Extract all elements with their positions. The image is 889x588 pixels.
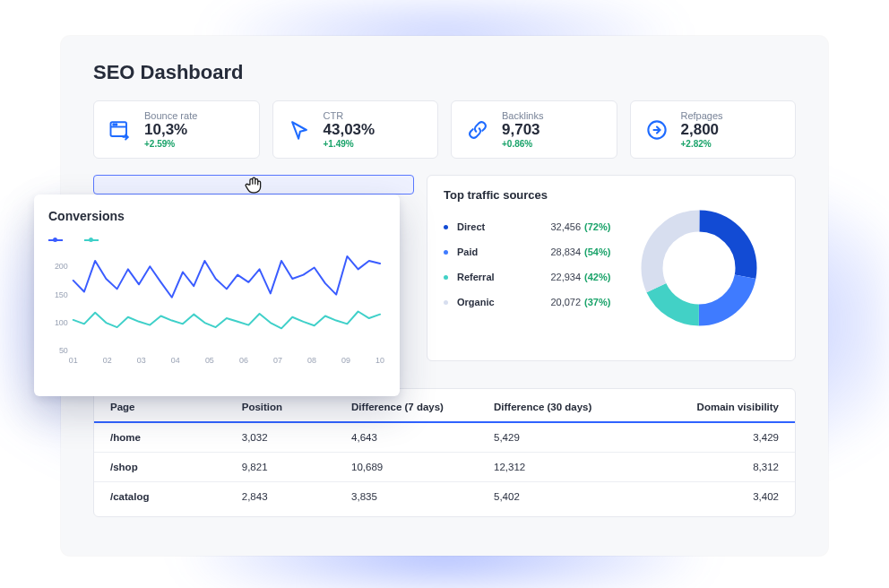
card-body: Bounce rate 10,3% +2.59% bbox=[144, 110, 197, 149]
svg-text:05: 05 bbox=[205, 357, 214, 366]
kpi-label: CTR bbox=[324, 110, 375, 121]
svg-text:09: 09 bbox=[341, 357, 350, 366]
kpi-label: Refpages bbox=[681, 110, 723, 121]
kpi-delta: +2.59% bbox=[144, 139, 197, 149]
table-row[interactable]: /catalog 2,843 3,835 5,402 3,402 bbox=[94, 482, 795, 511]
conversions-title: Conversions bbox=[48, 209, 385, 223]
svg-point-2 bbox=[113, 124, 115, 125]
traffic-name: Paid bbox=[457, 246, 550, 257]
traffic-pct: (54%) bbox=[584, 246, 610, 257]
card-refpages[interactable]: Refpages 2,800 +2.82% bbox=[630, 100, 797, 159]
cell-diff7: 4,643 bbox=[351, 432, 494, 443]
traffic-name: Referral bbox=[457, 272, 550, 282]
cursor-icon bbox=[286, 117, 313, 143]
traffic-value: 22,934 bbox=[550, 272, 581, 282]
traffic-dot-icon bbox=[444, 225, 448, 229]
kpi-delta: +0.86% bbox=[502, 139, 543, 149]
traffic-pct: (42%) bbox=[584, 272, 610, 282]
dashboard-panel: SEO Dashboard Bounce rate 10,3% +2.59% bbox=[61, 36, 828, 556]
kpi-value: 2,800 bbox=[681, 121, 723, 139]
link-icon bbox=[464, 117, 491, 143]
card-bounce-rate[interactable]: Bounce rate 10,3% +2.59% bbox=[93, 100, 260, 159]
kpi-delta: +2.82% bbox=[681, 139, 723, 149]
traffic-value: 28,834 bbox=[550, 246, 581, 257]
kpi-value: 10,3% bbox=[144, 121, 197, 139]
page-title: SEO Dashboard bbox=[93, 61, 796, 84]
kpi-delta: +1.49% bbox=[324, 139, 375, 149]
cell-page: /shop bbox=[110, 462, 242, 472]
traffic-dot-icon bbox=[444, 300, 448, 305]
table-row[interactable]: /home 3,032 4,643 5,429 3,429 bbox=[94, 423, 795, 453]
kpi-label: Bounce rate bbox=[144, 110, 197, 121]
traffic-value: 32,456 bbox=[550, 221, 581, 232]
cell-page: /home bbox=[110, 432, 242, 443]
svg-text:150: 150 bbox=[55, 290, 68, 299]
cell-diff30: 12,312 bbox=[494, 462, 647, 472]
traffic-pct: (72%) bbox=[584, 221, 610, 232]
traffic-list: Top traffic sources Direct 32,456 (72%) … bbox=[444, 188, 610, 348]
svg-text:01: 01 bbox=[69, 357, 78, 366]
cell-position: 9,821 bbox=[242, 462, 351, 472]
cell-diff7: 10,689 bbox=[351, 462, 494, 472]
legend-swatch-b bbox=[84, 239, 99, 241]
svg-text:08: 08 bbox=[307, 357, 316, 366]
traffic-name: Organic bbox=[457, 297, 550, 307]
svg-point-3 bbox=[116, 124, 117, 125]
cell-page: /catalog bbox=[110, 491, 242, 502]
th-position[interactable]: Position bbox=[242, 402, 351, 412]
svg-text:04: 04 bbox=[171, 357, 180, 366]
th-diff7[interactable]: Difference (7 days) bbox=[351, 402, 494, 412]
traffic-pct: (37%) bbox=[584, 297, 610, 307]
cell-diff30: 5,402 bbox=[494, 491, 647, 502]
grab-cursor-icon bbox=[242, 173, 265, 200]
traffic-row[interactable]: Referral 22,934 (42%) bbox=[444, 264, 610, 290]
pages-table: Page Position Difference (7 days) Differ… bbox=[93, 388, 796, 517]
cell-position: 3,032 bbox=[242, 432, 351, 443]
kpi-cards-row: Bounce rate 10,3% +2.59% CTR 43,03% +1.4… bbox=[93, 100, 796, 159]
traffic-title: Top traffic sources bbox=[444, 188, 610, 202]
th-visibility[interactable]: Domain visibility bbox=[647, 402, 779, 412]
conversions-chart: 20015010050 01020304050607080910 bbox=[48, 251, 385, 368]
chart-legend bbox=[48, 234, 385, 244]
traffic-row[interactable]: Direct 32,456 (72%) bbox=[444, 214, 610, 239]
cell-visibility: 3,402 bbox=[647, 491, 779, 502]
svg-text:100: 100 bbox=[55, 318, 68, 327]
svg-text:07: 07 bbox=[273, 357, 282, 366]
conversions-card[interactable]: Conversions 20015010050 0102030405060708… bbox=[34, 195, 400, 396]
traffic-value: 20,072 bbox=[550, 297, 581, 307]
chart-slot: Conversions 20015010050 0102030405060708… bbox=[93, 175, 414, 361]
cell-visibility: 8,312 bbox=[647, 462, 779, 472]
traffic-row[interactable]: Organic 20,072 (37%) bbox=[444, 290, 610, 315]
card-body: CTR 43,03% +1.49% bbox=[324, 110, 375, 149]
traffic-dot-icon bbox=[444, 250, 448, 255]
table-header: Page Position Difference (7 days) Differ… bbox=[94, 393, 795, 423]
cell-diff7: 3,835 bbox=[351, 491, 494, 502]
traffic-row[interactable]: Paid 28,834 (54%) bbox=[444, 239, 610, 264]
traffic-donut bbox=[619, 188, 779, 348]
browser-icon bbox=[107, 117, 134, 143]
traffic-dot-icon bbox=[444, 275, 448, 280]
th-diff30[interactable]: Difference (30 days) bbox=[494, 402, 647, 412]
traffic-card[interactable]: Top traffic sources Direct 32,456 (72%) … bbox=[427, 175, 796, 361]
cell-visibility: 3,429 bbox=[647, 432, 779, 443]
cell-diff30: 5,429 bbox=[494, 432, 647, 443]
svg-text:03: 03 bbox=[137, 357, 146, 366]
svg-text:06: 06 bbox=[239, 357, 248, 366]
arrow-circle-icon bbox=[643, 117, 670, 143]
cell-position: 2,843 bbox=[242, 491, 351, 502]
legend-swatch-a bbox=[48, 239, 63, 241]
card-body: Backlinks 9,703 +0.86% bbox=[502, 110, 543, 149]
svg-text:10: 10 bbox=[375, 357, 384, 366]
card-ctr[interactable]: CTR 43,03% +1.49% bbox=[272, 100, 439, 159]
svg-text:50: 50 bbox=[59, 347, 68, 356]
middle-row: Conversions 20015010050 0102030405060708… bbox=[93, 175, 796, 361]
kpi-label: Backlinks bbox=[502, 110, 543, 121]
table-row[interactable]: /shop 9,821 10,689 12,312 8,312 bbox=[94, 453, 795, 482]
svg-text:02: 02 bbox=[103, 357, 112, 366]
kpi-value: 43,03% bbox=[324, 121, 375, 139]
kpi-value: 9,703 bbox=[502, 121, 543, 139]
card-body: Refpages 2,800 +2.82% bbox=[681, 110, 723, 149]
th-page[interactable]: Page bbox=[110, 402, 242, 412]
card-backlinks[interactable]: Backlinks 9,703 +0.86% bbox=[451, 100, 617, 159]
traffic-name: Direct bbox=[457, 221, 550, 232]
